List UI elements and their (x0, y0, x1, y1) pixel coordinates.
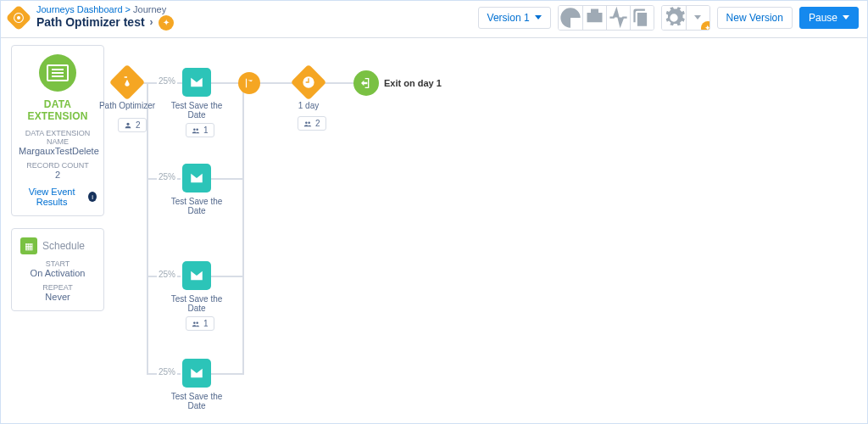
data-extension-card[interactable]: DATA EXTENSION DATA EXTENSION NAME Marga… (11, 45, 104, 216)
branch-pct: 25% (157, 367, 177, 377)
chevron-down-icon (535, 15, 542, 20)
data-extension-heading: DATA EXTENSION (19, 98, 97, 122)
header: ⦿ Journeys Dashboard > Journey Path Opti… (1, 1, 867, 38)
canvas[interactable]: Path Optimizer 2 25% 25% 25% 25% Test Sa… (111, 38, 867, 423)
breadcrumb-journey: Journey (133, 4, 166, 14)
schedule-repeat-value: Never (19, 292, 97, 302)
email-label: Test Save the Date (166, 197, 227, 215)
people-icon (303, 120, 312, 128)
health-icon[interactable] (582, 6, 606, 30)
join-node[interactable] (238, 72, 260, 94)
schedule-repeat-label: REPEAT (19, 283, 97, 292)
settings-group: ✦ (661, 5, 710, 31)
path-optimizer-node[interactable] (109, 64, 145, 100)
journey-pin-icon: ⦿ (5, 4, 31, 31)
email-activity-node[interactable] (182, 261, 211, 290)
analytics-icon[interactable] (559, 6, 582, 30)
sidebar: DATA EXTENSION DATA EXTENSION NAME Marga… (1, 38, 111, 423)
chevron-down-icon (843, 15, 849, 20)
connector (211, 82, 359, 84)
de-name-label: DATA EXTENSION NAME (19, 129, 97, 146)
email-count: 1 (203, 319, 209, 328)
toolbar-icon-group (558, 5, 654, 31)
person-icon (124, 121, 132, 130)
exit-label: Exit on day 1 (384, 78, 442, 88)
copy-icon[interactable] (630, 6, 654, 30)
schedule-start-label: START (19, 259, 97, 268)
wait-label: 1 day (278, 101, 339, 110)
de-name-value: MargauxTestDelete (19, 146, 97, 156)
calendar-icon: ▦ (20, 237, 37, 254)
branch-pct: 25% (157, 172, 177, 181)
path-optimizer-label: Path Optimizer (97, 101, 158, 110)
breadcrumb: Journeys Dashboard > Journey Path Optimi… (36, 4, 174, 30)
header-left: ⦿ Journeys Dashboard > Journey Path Opti… (9, 4, 174, 30)
view-event-results-text: View Event Results (19, 187, 85, 207)
info-icon: i (88, 192, 97, 202)
view-event-results-link[interactable]: View Event Results i (19, 187, 97, 207)
email-count: 1 (203, 126, 209, 135)
email-count-chip[interactable]: 1 (186, 316, 214, 331)
connector (211, 276, 243, 277)
breadcrumb-separator: > (125, 4, 131, 14)
wait-count: 2 (315, 119, 320, 128)
data-extension-icon (39, 54, 76, 92)
email-activity-node[interactable] (182, 164, 211, 192)
wait-count-chip[interactable]: 2 (298, 116, 326, 131)
pause-button[interactable]: Pause (799, 7, 859, 29)
exit-node[interactable] (353, 70, 379, 96)
settings-icon[interactable] (662, 6, 686, 30)
path-optimizer-count-chip[interactable]: 2 (118, 118, 147, 132)
email-label: Test Save the Date (166, 294, 227, 313)
connector (211, 373, 243, 375)
new-version-button[interactable]: New Version (717, 7, 793, 29)
email-activity-node[interactable] (182, 359, 211, 388)
de-count-value: 2 (19, 170, 97, 180)
title-chevron-icon[interactable]: › (150, 17, 153, 28)
branch-pct: 25% (157, 76, 177, 86)
test-icon[interactable] (606, 6, 630, 30)
schedule-heading: Schedule (42, 240, 85, 252)
header-right: Version 1 ✦ New Version Pause (478, 5, 859, 31)
connector (211, 178, 243, 180)
schedule-start-value: On Activation (19, 268, 97, 278)
tips-bulb-icon[interactable]: ✦ (159, 15, 174, 31)
de-count-label: RECORD COUNT (19, 161, 97, 170)
pause-label: Pause (809, 12, 837, 24)
email-label: Test Save the Date (166, 101, 227, 120)
optimizer-count: 2 (136, 120, 141, 130)
page-title: Path Optimizer test (36, 16, 145, 29)
body: DATA EXTENSION DATA EXTENSION NAME Marga… (1, 38, 867, 423)
connector (242, 82, 244, 375)
breadcrumb-dashboard-link[interactable]: Journeys Dashboard (36, 4, 123, 14)
email-count-chip[interactable]: 1 (186, 123, 214, 137)
version-label: Version 1 (487, 12, 530, 24)
version-dropdown[interactable]: Version 1 (478, 7, 551, 29)
wait-node[interactable] (291, 64, 326, 100)
email-label: Test Save the Date (166, 392, 227, 410)
branch-pct: 25% (157, 270, 177, 279)
people-icon (192, 126, 200, 135)
connector (147, 82, 148, 375)
schedule-card[interactable]: ▦ Schedule START On Activation REPEAT Ne… (11, 228, 104, 311)
people-icon (192, 320, 200, 328)
email-activity-node[interactable] (182, 68, 211, 97)
